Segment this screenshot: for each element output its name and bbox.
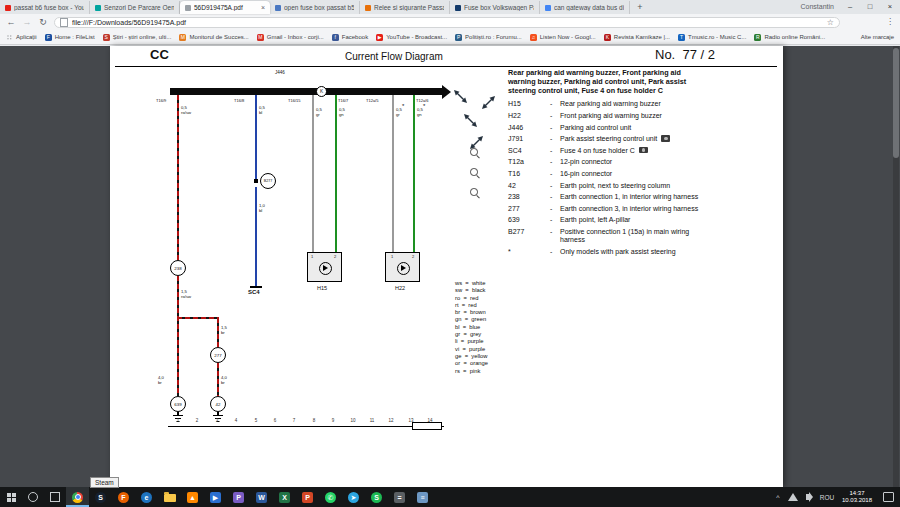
bookmark-kamikaze[interactable]: K Revista Kamikaze |... <box>604 34 670 41</box>
photo-icon[interactable] <box>639 147 648 154</box>
window-minimize-button[interactable]: – <box>840 0 860 13</box>
wire-segment <box>413 95 415 252</box>
buzzer-symbol <box>397 262 410 275</box>
component-code: 238 <box>508 193 550 201</box>
component-row: H22 - Front parking aid warning buzzer <box>508 112 780 120</box>
tab-can-gateway[interactable]: can gateway data bus di... <box>540 1 630 14</box>
pdf-scrollbar[interactable] <box>893 46 899 487</box>
photo-icon[interactable] <box>661 135 670 142</box>
taskbar-file-explorer[interactable] <box>158 487 181 507</box>
back-button[interactable]: ← <box>4 14 18 30</box>
window-maximize-button[interactable]: □ <box>860 0 880 13</box>
profile-name[interactable]: Constantin <box>801 3 834 10</box>
component-code: J446 <box>508 124 550 132</box>
bookmark-apps[interactable]: Aplicații <box>6 34 37 41</box>
tab-pdf-active[interactable]: 56D919475A.pdf × <box>180 1 270 14</box>
continuation-arrow-icon[interactable] <box>482 96 495 109</box>
tab-relee-sigurante[interactable]: Relee si sigurante Passat <box>360 1 450 14</box>
taskbar-whatsapp[interactable]: ✆ <box>319 487 342 507</box>
reload-button[interactable]: ↻ <box>36 14 50 30</box>
track-number: 9 <box>329 418 337 423</box>
box-pin-number: 2 <box>334 254 336 259</box>
task-view-button[interactable] <box>44 487 66 507</box>
chrome-icon <box>72 492 83 503</box>
taskbar-media-player[interactable]: ▶ <box>204 487 227 507</box>
taskbar-chrome[interactable] <box>66 487 89 507</box>
component-desc: Earth point, next to steering column <box>560 182 670 190</box>
volume-icon[interactable] <box>801 487 817 507</box>
pdf-scrollbar-thumb[interactable] <box>893 48 899 158</box>
tab-fuse-box-volkswagen[interactable]: Fuse box Volkswagen Pa... <box>450 1 540 14</box>
start-button[interactable] <box>0 487 22 507</box>
wire-label: 0,5 gn <box>417 108 423 118</box>
tab-open-fuse-box[interactable]: open fuse box passat b5 <box>270 1 360 14</box>
favicon: S <box>103 34 110 41</box>
component-code: B277 <box>508 228 550 244</box>
language-indicator[interactable]: ROU <box>817 487 837 507</box>
dash: - <box>550 170 560 178</box>
taskbar-paint[interactable]: P <box>227 487 250 507</box>
tab-passat-b6-fuse-box[interactable]: passat b6 fuse box - You <box>0 1 90 14</box>
notepad-icon: ≡ <box>417 492 428 503</box>
taskbar-vlc[interactable]: ▲ <box>181 487 204 507</box>
wire-segment <box>177 317 219 319</box>
tray-expand-chevron[interactable]: ^ <box>771 487 785 507</box>
bookmark-radio[interactable]: R Radio online Români... <box>754 34 825 41</box>
component-desc: Earth connection 3, in interior wiring h… <box>560 205 698 213</box>
window-close-button[interactable]: × <box>880 0 900 13</box>
action-center-icon <box>883 492 894 502</box>
url-text: file:///F:/Downloads/56D919475A.pdf <box>72 19 827 26</box>
component-code: SC4 <box>508 147 550 155</box>
box-pin-number: 2 <box>412 254 414 259</box>
wire-label: 4,0 br <box>221 376 227 386</box>
magnifier-icon[interactable] <box>470 188 480 198</box>
bookmark-facebook[interactable]: f Facebook <box>332 34 368 41</box>
bookmark-monitorul[interactable]: M Monitorul de Succes... <box>179 34 248 41</box>
tab-label: can gateway data bus di... <box>554 4 624 11</box>
bookmark-label: Știri - știri online, ulti... <box>113 34 172 40</box>
new-tab-button[interactable]: + <box>632 2 648 13</box>
bookmark-stiri[interactable]: S Știri - știri online, ulti... <box>103 34 172 41</box>
clock[interactable]: 14:37 10.03.2018 <box>837 487 877 507</box>
media-player-icon: ▶ <box>210 492 221 503</box>
taskbar-spotify[interactable]: S <box>365 487 388 507</box>
taskbar-word[interactable]: W <box>250 487 273 507</box>
component-desc: Fuse 4 on fuse holder C <box>560 147 635 155</box>
taskbar-firefox[interactable]: F <box>112 487 135 507</box>
favicon: F <box>45 34 52 41</box>
bookmark-filelist[interactable]: F Home : FileList <box>45 34 95 41</box>
continuation-arrow-icon[interactable] <box>454 90 467 103</box>
tab-senzori-de-parcare[interactable]: Senzori De Parcare Oem <box>90 1 180 14</box>
bookmark-star-icon[interactable]: ☆ <box>827 18 834 27</box>
network-icon[interactable] <box>785 487 801 507</box>
bookmark-listen-now[interactable]: ♫ Listen Now - Googl... <box>530 34 596 41</box>
bookmark-youtube[interactable]: ▶ YouTube - Broadcast... <box>376 34 447 41</box>
tab-close-icon[interactable]: × <box>261 4 265 11</box>
firefox-icon: F <box>118 492 129 503</box>
other-bookmarks-button[interactable]: Alte marcaje <box>861 34 894 40</box>
action-center-button[interactable] <box>877 487 900 507</box>
address-bar[interactable]: file:///F:/Downloads/56D919475A.pdf ☆ <box>54 17 840 28</box>
taskbar-steam[interactable]: S <box>89 487 112 507</box>
forward-button[interactable]: → <box>20 14 34 30</box>
taskbar-edge[interactable]: e <box>135 487 158 507</box>
bookmark-tmusic[interactable]: T Tmusic.ro - Music C... <box>678 34 746 41</box>
search-button[interactable] <box>22 487 44 507</box>
taskbar-telegram[interactable]: ➤ <box>342 487 365 507</box>
taskbar-calculator[interactable]: = <box>388 487 411 507</box>
continuation-arrow-icon[interactable] <box>464 114 477 127</box>
browser-menu-icon[interactable]: ⋮ <box>884 14 896 30</box>
windows-logo-icon <box>7 493 16 502</box>
taskbar-powerpoint[interactable]: P <box>296 487 319 507</box>
taskbar-excel[interactable]: X <box>273 487 296 507</box>
dash: - <box>550 216 560 224</box>
taskbar-notepad[interactable]: ≡ <box>411 487 434 507</box>
magnifier-icon[interactable] <box>470 148 480 158</box>
bookmark-gmail[interactable]: M Gmail - Inbox - corji... <box>257 34 324 41</box>
magnifier-icon[interactable] <box>470 168 480 178</box>
bookmarks-bar: Aplicații F Home : FileList S Știri - șt… <box>0 30 900 45</box>
legend-row: ro = red <box>455 295 488 302</box>
tab-label: Fuse box Volkswagen Pa... <box>464 4 534 11</box>
dash: - <box>550 248 560 256</box>
bookmark-politisti[interactable]: P Politiști.ro : Forumu... <box>455 34 522 41</box>
